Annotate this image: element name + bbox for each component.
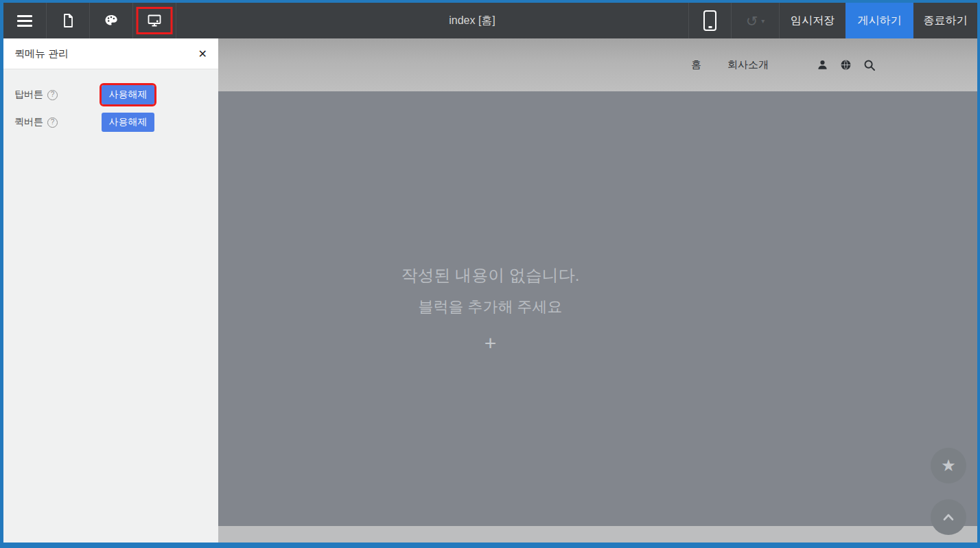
exit-button[interactable]: 종료하기 <box>913 3 977 38</box>
top-toolbar: index [홈] ↺ ▾ 임시저장 게시하기 종료하기 <box>3 3 977 38</box>
top-button-toggle[interactable]: 사용해제 <box>102 85 154 104</box>
menu-button[interactable] <box>3 3 47 38</box>
hamburger-icon <box>17 15 32 27</box>
search-button[interactable] <box>863 59 876 71</box>
undo-icon: ↺ <box>746 14 758 28</box>
nav-item-about[interactable]: 회사소개 <box>727 58 769 71</box>
design-button[interactable] <box>90 3 133 38</box>
chevron-up-icon <box>942 512 955 522</box>
top-button-label: 탑버튼 <box>14 89 43 101</box>
quickmenu-panel: 퀵메뉴 관리 ✕ 탑버튼 ? 사용해제 퀵버튼 ? 사용해제 <box>3 38 218 543</box>
scroll-top-float-button[interactable] <box>931 499 966 535</box>
quickmenu-button[interactable] <box>133 3 176 38</box>
quick-button-label-group: 퀵버튼 ? <box>14 116 102 128</box>
quickmenu-panel-body: 탑버튼 ? 사용해제 퀵버튼 ? 사용해제 <box>3 69 218 132</box>
nav-icons <box>817 59 876 71</box>
star-icon: ★ <box>941 457 956 474</box>
document-icon <box>60 12 76 29</box>
page-title: index [홈] <box>176 3 688 38</box>
palette-icon <box>103 12 119 29</box>
nav-item-home[interactable]: 홈 <box>691 58 701 71</box>
quickmenu-panel-header: 퀵메뉴 관리 ✕ <box>3 38 218 69</box>
globe-icon <box>840 59 852 71</box>
help-icon[interactable]: ? <box>47 90 58 100</box>
close-icon[interactable]: ✕ <box>198 47 207 60</box>
undo-button[interactable]: ↺ ▾ <box>731 3 779 38</box>
help-icon[interactable]: ? <box>47 117 58 128</box>
empty-line-1: 작성된 내용이 없습니다. <box>401 264 579 286</box>
page-button[interactable] <box>47 3 90 38</box>
mobile-preview-button[interactable] <box>688 3 731 38</box>
monitor-icon <box>146 12 163 29</box>
top-button-label-group: 탑버튼 ? <box>14 89 102 101</box>
add-block-button[interactable]: + <box>485 333 497 354</box>
temp-save-button[interactable]: 임시저장 <box>779 3 845 38</box>
quick-button-label: 퀵버튼 <box>14 116 43 128</box>
member-button[interactable] <box>817 59 828 71</box>
top-button-row: 탑버튼 ? 사용해제 <box>14 85 207 104</box>
site-nav: 홈 회사소개 <box>691 58 876 71</box>
quick-button-toggle[interactable]: 사용해제 <box>102 113 154 132</box>
favorite-float-button[interactable]: ★ <box>931 448 966 483</box>
undo-dropdown-caret-icon: ▾ <box>761 17 765 25</box>
language-button[interactable] <box>840 59 852 71</box>
quick-button-row: 퀵버튼 ? 사용해제 <box>14 113 207 132</box>
editor-window: index [홈] ↺ ▾ 임시저장 게시하기 종료하기 홈 회사소개 <box>0 0 980 548</box>
panel-title: 퀵메뉴 관리 <box>14 47 198 60</box>
publish-button[interactable]: 게시하기 <box>845 3 913 38</box>
person-icon <box>817 59 828 71</box>
empty-line-2: 블럭을 추가해 주세요 <box>418 297 562 317</box>
search-icon <box>863 59 876 71</box>
smartphone-icon <box>703 10 716 31</box>
